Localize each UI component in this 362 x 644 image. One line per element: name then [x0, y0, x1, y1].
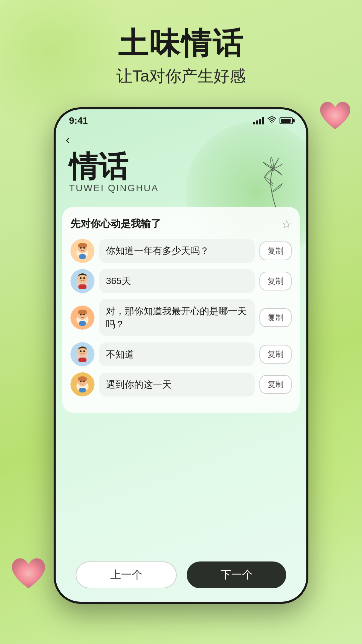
chat-bubble: 遇到你的这一天: [99, 373, 255, 396]
heart-decoration-top-right: [318, 101, 352, 131]
back-chevron-icon: ‹: [66, 133, 70, 147]
chat-row: 对，那你知道我最开心的是哪一天吗？复制: [70, 299, 292, 336]
chat-bubble: 365天: [99, 269, 255, 293]
svg-point-0: [271, 122, 272, 123]
content-card: 先对你心动是我输了 ☆ 你知道一年有多少天吗？复制: [62, 207, 300, 413]
svg-point-34: [83, 351, 85, 352]
wifi-icon: [267, 116, 276, 125]
svg-point-43: [83, 381, 85, 382]
copy-button[interactable]: 复制: [259, 272, 292, 290]
heart-decoration-bottom-left: [10, 557, 47, 590]
signal-icon: [253, 117, 264, 124]
svg-point-17: [83, 277, 85, 279]
svg-rect-35: [78, 358, 86, 362]
svg-point-22: [78, 310, 87, 315]
main-title: 土味情话: [0, 27, 362, 60]
sub-title: 让Ta对你产生好感: [0, 65, 362, 87]
next-button[interactable]: 下一个: [187, 561, 286, 588]
bottom-buttons: 上一个 下一个: [56, 561, 306, 588]
svg-point-9: [83, 247, 85, 249]
svg-rect-27: [79, 321, 86, 326]
svg-point-39: [78, 376, 87, 382]
chat-list: 你知道一年有多少天吗？复制 365天复制: [70, 239, 292, 396]
flower-decoration: [253, 152, 300, 214]
copy-button[interactable]: 复制: [259, 241, 292, 260]
svg-point-26: [83, 314, 85, 316]
card-header: 先对你心动是我输了 ☆: [70, 217, 292, 231]
card-title: 先对你心动是我输了: [70, 217, 161, 231]
back-button[interactable]: ‹: [56, 129, 306, 149]
phone-header: ✦ 情话 TUWEI QINGHUA: [56, 149, 306, 200]
svg-point-33: [80, 351, 82, 352]
svg-rect-44: [79, 388, 86, 392]
battery-icon: [280, 117, 293, 124]
copy-button[interactable]: 复制: [259, 375, 292, 394]
svg-point-8: [80, 247, 82, 249]
top-section: 土味情话 让Ta对你产生好感: [0, 0, 362, 87]
status-time: 9:41: [69, 115, 88, 126]
copy-button[interactable]: 复制: [259, 308, 292, 327]
favorite-button[interactable]: ☆: [282, 217, 292, 231]
avatar-girl: [70, 239, 95, 263]
chat-row: 不知道复制: [70, 342, 292, 366]
phone-screen: 9:41: [56, 109, 306, 602]
status-icons: [253, 116, 293, 125]
avatar-boy: [70, 269, 95, 293]
chat-row: 365天复制: [70, 269, 292, 293]
prev-button[interactable]: 上一个: [76, 561, 177, 588]
chat-bubble: 不知道: [99, 342, 255, 366]
svg-point-42: [80, 381, 82, 382]
phone-mockup: 9:41: [54, 107, 308, 604]
svg-point-16: [80, 277, 82, 279]
chat-row: 你知道一年有多少天吗？复制: [70, 239, 292, 263]
svg-point-25: [80, 314, 82, 316]
avatar-boy: [70, 342, 95, 366]
svg-point-5: [78, 243, 87, 248]
chat-bubble: 你知道一年有多少天吗？: [99, 239, 255, 263]
avatar-girl: [70, 306, 95, 330]
chat-bubble: 对，那你知道我最开心的是哪一天吗？: [99, 299, 255, 336]
avatar-girl: [70, 372, 95, 396]
svg-rect-10: [79, 254, 86, 259]
svg-rect-18: [78, 284, 86, 289]
copy-button[interactable]: 复制: [259, 345, 292, 364]
chat-row: 遇到你的这一天复制: [70, 372, 292, 396]
status-bar: 9:41: [56, 109, 306, 129]
